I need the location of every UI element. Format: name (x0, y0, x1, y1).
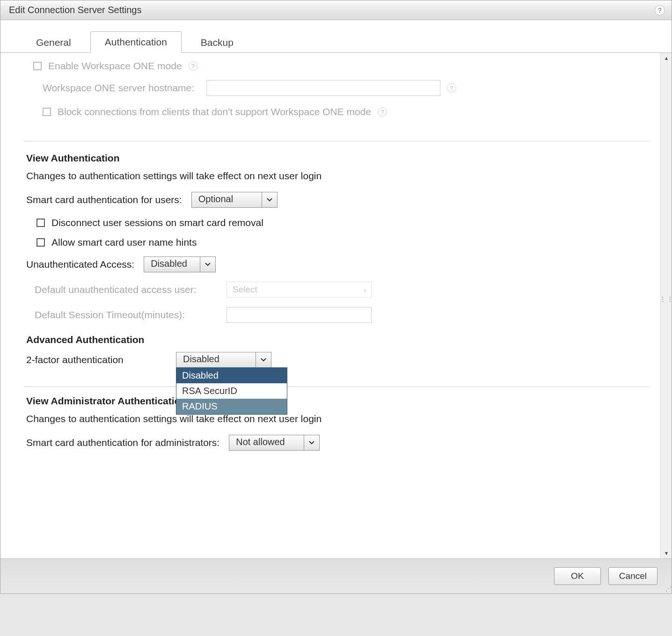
admin-auth-note: Changes to authentication settings will … (26, 413, 646, 424)
resize-grip-icon[interactable]: ⋰ (665, 585, 671, 592)
scroll-up-arrow-icon[interactable]: ▲ (661, 53, 672, 63)
block-unsupported-label: Block connections from clients that don'… (58, 106, 371, 117)
twofa-dropdown-list: Disabled RSA SecurID RADIUS (176, 367, 287, 415)
ok-button[interactable]: OK (554, 567, 601, 585)
wsone-hostname-label: Workspace ONE server hostname: (43, 82, 194, 94)
disconnect-on-removal-checkbox[interactable] (37, 219, 45, 227)
twofa-option-radius[interactable]: RADIUS (176, 399, 287, 414)
adv-auth-heading: Advanced Authentication (26, 334, 646, 345)
chevron-down-icon (200, 257, 215, 272)
username-hints-label: Allow smart card user name hints (51, 237, 197, 248)
scroll-down-arrow-icon[interactable]: ▼ (661, 548, 672, 558)
scroll-grip-icon[interactable]: ⋮⋮ (659, 295, 672, 303)
smartcard-users-label: Smart card authentication for users: (26, 194, 182, 205)
vertical-scrollbar[interactable]: ▲ ⋮⋮ ▼ (660, 53, 672, 558)
block-unsupported-checkbox (43, 108, 51, 116)
enable-wsone-checkbox (33, 62, 42, 70)
twofa-option-disabled[interactable]: Disabled (176, 368, 287, 383)
chevron-down-icon: ▾ (364, 288, 366, 294)
content-wrap: Enable Workspace ONE mode ? Workspace ON… (0, 53, 672, 558)
tab-backup[interactable]: Backup (186, 32, 248, 53)
smartcard-admin-dropdown[interactable]: Not allowed (229, 435, 320, 451)
default-unauth-user-placeholder: Select (233, 285, 257, 295)
enable-wsone-label: Enable Workspace ONE mode (48, 60, 182, 72)
view-auth-note: Changes to authentication settings will … (26, 170, 646, 182)
unauth-access-value: Disabled (144, 257, 200, 272)
titlebar: Edit Connection Server Settings ? (0, 0, 672, 20)
disconnect-on-removal-label: Disconnect user sessions on smart card r… (51, 217, 263, 228)
smartcard-admin-label: Smart card authentication for administra… (26, 437, 219, 448)
session-timeout-input (226, 307, 372, 323)
cancel-button[interactable]: Cancel (608, 567, 657, 585)
wsone-hostname-input (206, 80, 440, 96)
twofa-option-rsa[interactable]: RSA SecurID (176, 383, 287, 399)
divider (24, 387, 649, 387)
chevron-down-icon (262, 192, 277, 207)
session-timeout-label: Default Session Timeout(minutes): (35, 309, 217, 321)
unauth-access-label: Unauthenticated Access: (26, 259, 134, 270)
username-hints-checkbox[interactable] (37, 238, 45, 247)
twofa-label: 2-factor authentication (26, 354, 167, 366)
chevron-down-icon (256, 352, 271, 367)
smartcard-users-value: Optional (192, 192, 262, 207)
tab-general[interactable]: General (22, 32, 86, 53)
default-unauth-user-select: Select ▾ (226, 282, 372, 298)
tabstrip: General Authentication Backup (0, 20, 672, 53)
workspace-one-section: Enable Workspace ONE mode ? Workspace ON… (26, 57, 646, 136)
dialog-title: Edit Connection Server Settings (9, 5, 142, 15)
help-icon[interactable]: ? (655, 5, 665, 15)
smartcard-users-dropdown[interactable]: Optional (191, 192, 278, 208)
content: Enable Workspace ONE mode ? Workspace ON… (0, 53, 660, 558)
dialog: Edit Connection Server Settings ? Genera… (0, 0, 672, 594)
twofa-dropdown[interactable]: Disabled Disabled RSA SecurID RADIUS (176, 352, 271, 368)
divider (24, 141, 649, 141)
chevron-down-icon (304, 435, 319, 450)
dialog-footer: OK Cancel ⋰ (0, 558, 672, 593)
help-icon[interactable]: ? (447, 83, 456, 93)
help-icon[interactable]: ? (189, 61, 198, 71)
default-unauth-user-label: Default unauthenticated access user: (35, 284, 217, 295)
smartcard-admin-value: Not allowed (229, 435, 304, 450)
help-icon[interactable]: ? (378, 107, 387, 117)
twofa-value: Disabled (176, 352, 256, 367)
tab-authentication[interactable]: Authentication (90, 31, 182, 53)
view-auth-heading: View Authentication (26, 153, 646, 164)
admin-auth-heading: View Administrator Authentication (26, 395, 646, 407)
unauth-access-dropdown[interactable]: Disabled (144, 256, 216, 272)
